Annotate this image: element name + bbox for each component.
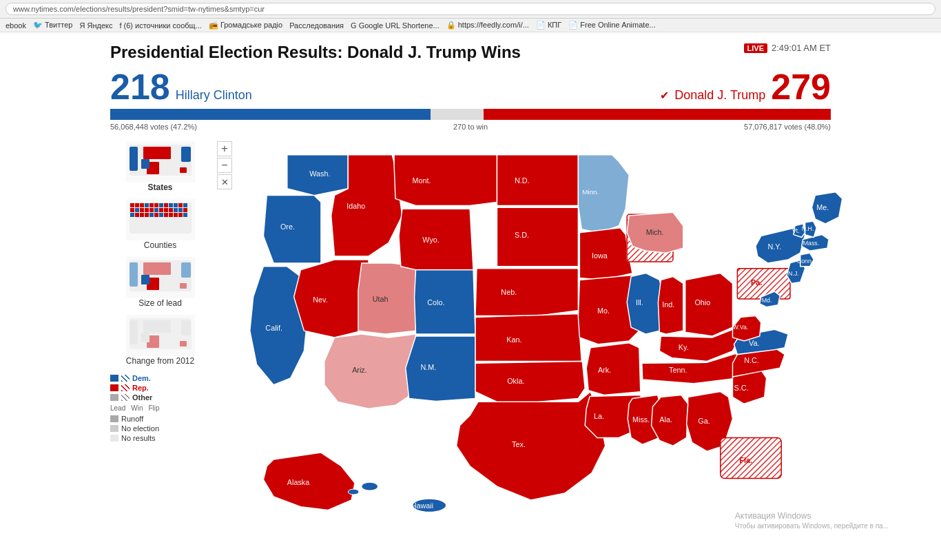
change-view-option[interactable]: Change from 2012 [110,315,210,366]
svg-rect-38 [149,213,154,217]
state-hi-extra [362,482,378,490]
svg-rect-44 [178,213,183,217]
legend-other-label: Other [132,393,152,402]
svg-rect-13 [145,203,149,207]
counties-view-option[interactable]: Counties [110,199,210,250]
svg-rect-28 [159,208,163,212]
svg-rect-32 [178,208,183,212]
state-label-ky: Ky. [679,343,689,351]
state-label-wi: Wis. [595,237,610,245]
state-co[interactable] [415,270,475,334]
states-thumb-svg [126,141,195,183]
svg-rect-51 [180,283,187,289]
clinton-name: Hillary Clinton [176,88,252,103]
state-label-ga: Ga. [698,417,710,425]
states-label: States [110,183,210,192]
zoom-out-button[interactable]: − [217,158,232,173]
legend-other-hatch [121,394,130,401]
size-thumb[interactable] [126,257,195,298]
legend-runoff: Runoff [121,415,143,423]
state-label-ar: Ark. [598,366,611,374]
svg-rect-25 [145,208,149,212]
state-label-co: Colo. [427,298,444,307]
state-label-az: Ariz. [352,366,367,374]
state-label-or: Ore. [280,222,295,231]
trump-electoral: 279 [771,69,831,105]
legend-rep-hatch [121,384,130,391]
state-label-ma: Mass. [803,240,820,247]
svg-rect-57 [143,320,171,333]
svg-rect-30 [169,208,173,212]
state-label-pa: Pa. [751,278,762,287]
svg-rect-12 [140,203,144,207]
svg-rect-49 [143,262,171,275]
svg-rect-24 [140,208,144,212]
state-ne[interactable] [475,269,578,316]
bookmark-feedly[interactable]: 🔒 https://feedly.com/i/... [446,21,529,30]
bookmark-hromadske[interactable]: 📻 Громадське радіо [209,21,282,30]
state-label-nj: N.J. [788,270,799,277]
legend-flip: Flip [148,404,159,412]
bookmark-fb6[interactable]: f (6) источники сообщ... [119,21,201,30]
gap-bar [431,109,483,120]
state-ar[interactable] [586,343,641,395]
state-label-al: Ala. [659,415,672,424]
state-pa[interactable] [737,269,790,299]
state-label-in: Ind. [662,300,674,309]
svg-rect-48 [130,262,138,287]
state-label-oh: Ohio [694,298,710,307]
svg-rect-26 [149,208,154,212]
state-label-ne: Neb. [501,288,517,296]
svg-rect-37 [145,213,149,217]
svg-rect-40 [159,213,163,217]
watermark-sub: Чтобы активировать Windows, перейдите в … [735,522,889,530]
sidebar: States [110,141,217,534]
bookmarks-bar: ebook 🐦 Твиттер Я Яндекс f (6) источники… [0,19,941,32]
legend-no-election-swatch [110,425,118,432]
svg-rect-22 [130,208,134,212]
bookmark-twitter[interactable]: 🐦 Твиттер [33,21,72,30]
legend-lead: Lead [110,404,125,412]
state-label-vt: Vt. [792,227,800,234]
live-dot: LIVE [744,43,767,53]
svg-rect-33 [183,208,187,212]
state-il[interactable] [627,273,663,334]
size-view-option[interactable]: Size of lead [110,257,210,308]
zoom-in-button[interactable]: + [217,141,232,156]
state-label-wv: W.Va. [732,324,748,331]
reset-button[interactable]: ✕ [217,174,232,189]
svg-rect-52 [181,262,191,278]
state-mt[interactable] [394,155,497,206]
svg-rect-7 [141,159,149,169]
state-label-id: Idaho [347,202,365,210]
timestamp: 2:49:01 AM ET [772,43,831,53]
counties-thumb[interactable] [126,199,195,240]
states-view-option[interactable]: States [110,141,210,192]
bookmark-facebook[interactable]: ebook [6,21,26,30]
bookmark-google-url[interactable]: G Google URL Shortene... [351,21,440,30]
state-nm[interactable] [406,336,475,401]
state-nd[interactable] [497,155,578,206]
bookmark-kpg[interactable]: 📄 КПГ [536,21,561,30]
bookmark-yandex[interactable]: Я Яндекс [79,21,112,30]
vote-subtitle: 56,068,448 votes (47.2%) 270 to win 57,0… [110,123,831,131]
state-label-mo: Mo. [597,307,610,315]
svg-rect-23 [135,208,139,212]
svg-rect-3 [143,147,171,159]
change-thumb[interactable] [126,315,195,356]
state-sd[interactable] [497,207,578,267]
svg-rect-11 [135,203,139,207]
svg-rect-53 [141,275,149,284]
state-label-ut: Utah [373,295,389,303]
states-thumb[interactable] [126,141,195,183]
state-label-wy: Wyo. [422,236,440,244]
state-label-ms: Miss. [632,415,650,424]
us-election-map: Wash. Ore. Calif. Idaho Nev. Utah Ariz [217,141,892,534]
main-content: Presidential Election Results: Donald J.… [0,32,941,544]
svg-rect-31 [174,208,178,212]
state-ks[interactable] [475,314,581,362]
bookmark-free-online[interactable]: 📄 Free Online Animate... [568,21,656,30]
state-ok[interactable] [475,361,585,402]
state-az[interactable] [324,334,416,408]
bookmark-rassledovaniya[interactable]: Расследования [289,21,344,30]
